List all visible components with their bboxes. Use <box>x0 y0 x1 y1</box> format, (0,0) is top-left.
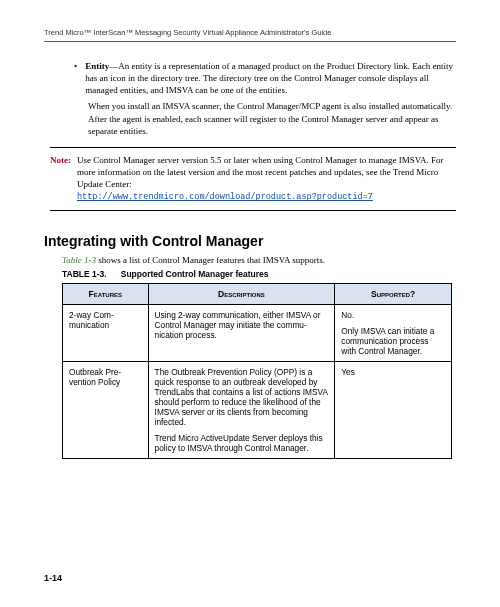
cell-description: The Outbreak Prevention Pol­icy (OPP) is… <box>148 361 335 458</box>
note-label: Note: <box>50 154 71 204</box>
table-caption: TABLE 1-3.Supported Control Manager feat… <box>62 269 456 279</box>
note-text: Use Control Manager server version 5.5 o… <box>77 155 444 189</box>
page-number: 1-14 <box>44 573 62 583</box>
lead-paragraph: Table 1-3 shows a list of Control Manage… <box>62 255 456 265</box>
table-caption-title: Supported Control Manager features <box>121 269 269 279</box>
running-head: Trend Micro™ InterScan™ Messaging Securi… <box>44 28 456 42</box>
features-table: Features Descriptions Supported? 2-way C… <box>62 283 452 459</box>
section-heading: Integrating with Control Manager <box>44 233 456 249</box>
cell-feature: Outbreak Pre­vention Policy <box>63 361 149 458</box>
table-row: Outbreak Pre­vention Policy The Outbreak… <box>63 361 452 458</box>
supported-p1: Yes <box>341 367 445 377</box>
desc-p2: Trend Micro ActiveUpdate Server deploys … <box>155 433 329 453</box>
col-descriptions: Descriptions <box>148 283 335 304</box>
cell-supported: Yes <box>335 361 452 458</box>
table-header-row: Features Descriptions Supported? <box>63 283 452 304</box>
entity-bullet: Entity—An entity is a representation of … <box>85 60 456 96</box>
table-caption-num: TABLE 1-3. <box>62 269 107 279</box>
entity-para2: When you install an IMSVA scanner, the C… <box>88 100 456 136</box>
col-supported: Supported? <box>335 283 452 304</box>
cell-supported: No. Only IMSVA can initiate a communicat… <box>335 304 452 361</box>
note-body: Use Control Manager server version 5.5 o… <box>77 154 456 204</box>
table-row: 2-way Com­munication Using 2-way communi… <box>63 304 452 361</box>
entity-text: —An entity is a representation of a mana… <box>85 61 453 95</box>
col-features: Features <box>63 283 149 304</box>
desc-p1: The Outbreak Prevention Pol­icy (OPP) is… <box>155 367 329 427</box>
supported-p2: Only IMSVA can initiate a communication … <box>341 326 445 356</box>
entity-label: Entity <box>85 61 109 71</box>
supported-p1: No. <box>341 310 445 320</box>
lead-rest: shows a list of Control Manager features… <box>96 255 325 265</box>
note-block: Note: Use Control Manager server version… <box>50 147 456 211</box>
cell-feature: 2-way Com­munication <box>63 304 149 361</box>
table-ref: Table 1-3 <box>62 255 96 265</box>
note-link[interactable]: http://www.trendmicro.com/download/produ… <box>77 192 373 202</box>
cell-description: Using 2-way communication, either IMSVA … <box>148 304 335 361</box>
bullet-dot: • <box>74 60 77 96</box>
entity-block: • Entity—An entity is a representation o… <box>74 60 456 137</box>
